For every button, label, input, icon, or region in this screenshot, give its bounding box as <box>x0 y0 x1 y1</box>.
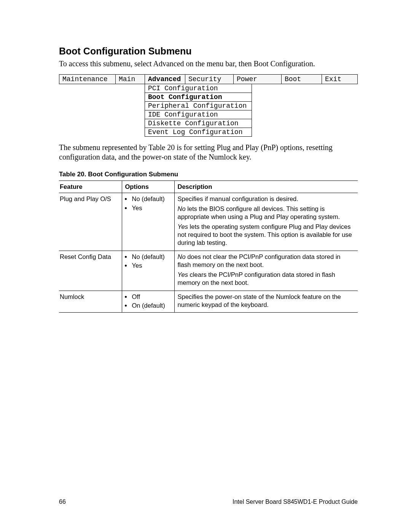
page-number: 66 <box>59 498 66 505</box>
description-cell: Specifies if manual configuration is des… <box>174 193 358 251</box>
menubar-item: Security <box>185 74 234 84</box>
feature-cell: Reset Config Data <box>59 251 122 291</box>
option-item: Off <box>131 293 171 301</box>
option-item: On (default) <box>131 302 171 310</box>
body-paragraph-2: The submenu represented by Table 20 is f… <box>59 143 358 162</box>
submenu-item: Peripheral Configuration <box>145 101 252 110</box>
description-cell: No does not clear the PCI/PnP configurat… <box>174 251 358 291</box>
menubar-item: Boot <box>282 74 322 84</box>
feature-table: Feature Options Description Plug and Pla… <box>59 181 358 313</box>
option-item: Yes <box>131 262 171 270</box>
options-cell: No (default)Yes <box>122 251 174 291</box>
doc-title: Intel Server Board S845WD1-E Product Gui… <box>233 498 358 505</box>
submenu-item: Diskette Configuration <box>145 119 252 128</box>
options-cell: No (default)Yes <box>122 193 174 251</box>
menubar-item: Maintenance <box>59 74 116 84</box>
section-heading: Boot Configuration Submenu <box>59 46 358 57</box>
bios-submenu: PCI ConfigurationBoot ConfigurationPerip… <box>145 84 252 137</box>
submenu-item: Boot Configuration <box>145 93 252 101</box>
submenu-item: PCI Configuration <box>145 84 252 93</box>
table-caption: Table 20. Boot Configuration Submenu <box>59 171 358 178</box>
menubar-item: Power <box>234 74 282 84</box>
menubar-item: Exit <box>322 74 358 84</box>
intro-paragraph: To access this submenu, select Advanced … <box>59 59 358 69</box>
menubar-item: Main <box>116 74 145 84</box>
col-header-options: Options <box>122 181 174 193</box>
description-cell: Specifies the power-on state of the Numl… <box>174 291 358 313</box>
options-cell: OffOn (default) <box>122 291 174 313</box>
option-item: Yes <box>131 204 171 212</box>
col-header-description: Description <box>174 181 358 193</box>
submenu-item: IDE Configuration <box>145 110 252 119</box>
option-item: No (default) <box>131 253 171 261</box>
option-item: No (default) <box>131 195 171 203</box>
col-header-feature: Feature <box>59 181 122 193</box>
bios-menubar: MaintenanceMainAdvancedSecurityPowerBoot… <box>59 74 358 84</box>
feature-cell: Plug and Play O/S <box>59 193 122 251</box>
submenu-item: Event Log Configuration <box>145 128 252 136</box>
menubar-item: Advanced <box>145 74 185 84</box>
feature-cell: Numlock <box>59 291 122 313</box>
